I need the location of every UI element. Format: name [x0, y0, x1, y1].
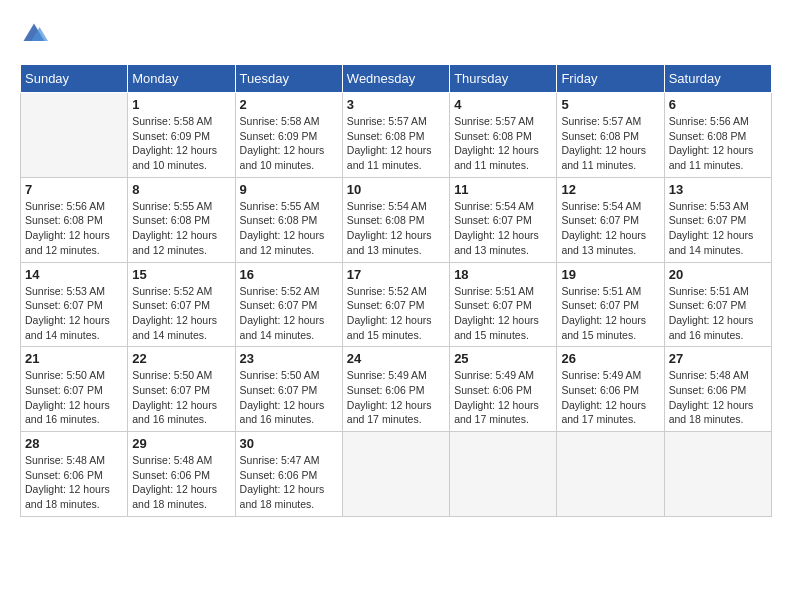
calendar-cell: 30Sunrise: 5:47 AMSunset: 6:06 PMDayligh… — [235, 432, 342, 517]
calendar-week-row: 1Sunrise: 5:58 AMSunset: 6:09 PMDaylight… — [21, 93, 772, 178]
calendar-cell: 11Sunrise: 5:54 AMSunset: 6:07 PMDayligh… — [450, 177, 557, 262]
day-of-week-header: Saturday — [664, 65, 771, 93]
day-number: 5 — [561, 97, 659, 112]
day-number: 2 — [240, 97, 338, 112]
calendar-week-row: 14Sunrise: 5:53 AMSunset: 6:07 PMDayligh… — [21, 262, 772, 347]
page-header — [20, 20, 772, 48]
calendar-cell — [21, 93, 128, 178]
day-info: Sunrise: 5:50 AMSunset: 6:07 PMDaylight:… — [240, 368, 338, 427]
calendar-cell — [664, 432, 771, 517]
calendar-cell: 14Sunrise: 5:53 AMSunset: 6:07 PMDayligh… — [21, 262, 128, 347]
calendar-cell: 22Sunrise: 5:50 AMSunset: 6:07 PMDayligh… — [128, 347, 235, 432]
day-number: 13 — [669, 182, 767, 197]
day-number: 11 — [454, 182, 552, 197]
calendar-cell: 28Sunrise: 5:48 AMSunset: 6:06 PMDayligh… — [21, 432, 128, 517]
day-info: Sunrise: 5:57 AMSunset: 6:08 PMDaylight:… — [347, 114, 445, 173]
day-number: 28 — [25, 436, 123, 451]
day-info: Sunrise: 5:54 AMSunset: 6:07 PMDaylight:… — [561, 199, 659, 258]
day-info: Sunrise: 5:58 AMSunset: 6:09 PMDaylight:… — [132, 114, 230, 173]
calendar-cell — [450, 432, 557, 517]
day-info: Sunrise: 5:57 AMSunset: 6:08 PMDaylight:… — [454, 114, 552, 173]
day-info: Sunrise: 5:49 AMSunset: 6:06 PMDaylight:… — [454, 368, 552, 427]
day-number: 24 — [347, 351, 445, 366]
day-info: Sunrise: 5:55 AMSunset: 6:08 PMDaylight:… — [240, 199, 338, 258]
day-info: Sunrise: 5:58 AMSunset: 6:09 PMDaylight:… — [240, 114, 338, 173]
day-info: Sunrise: 5:53 AMSunset: 6:07 PMDaylight:… — [669, 199, 767, 258]
calendar-week-row: 28Sunrise: 5:48 AMSunset: 6:06 PMDayligh… — [21, 432, 772, 517]
calendar-cell: 1Sunrise: 5:58 AMSunset: 6:09 PMDaylight… — [128, 93, 235, 178]
day-number: 26 — [561, 351, 659, 366]
calendar-cell: 7Sunrise: 5:56 AMSunset: 6:08 PMDaylight… — [21, 177, 128, 262]
day-info: Sunrise: 5:47 AMSunset: 6:06 PMDaylight:… — [240, 453, 338, 512]
calendar-cell: 10Sunrise: 5:54 AMSunset: 6:08 PMDayligh… — [342, 177, 449, 262]
calendar-cell: 19Sunrise: 5:51 AMSunset: 6:07 PMDayligh… — [557, 262, 664, 347]
day-number: 1 — [132, 97, 230, 112]
calendar-cell: 15Sunrise: 5:52 AMSunset: 6:07 PMDayligh… — [128, 262, 235, 347]
day-info: Sunrise: 5:57 AMSunset: 6:08 PMDaylight:… — [561, 114, 659, 173]
day-info: Sunrise: 5:54 AMSunset: 6:08 PMDaylight:… — [347, 199, 445, 258]
day-info: Sunrise: 5:54 AMSunset: 6:07 PMDaylight:… — [454, 199, 552, 258]
calendar-cell: 12Sunrise: 5:54 AMSunset: 6:07 PMDayligh… — [557, 177, 664, 262]
calendar-cell: 4Sunrise: 5:57 AMSunset: 6:08 PMDaylight… — [450, 93, 557, 178]
day-of-week-header: Tuesday — [235, 65, 342, 93]
day-info: Sunrise: 5:50 AMSunset: 6:07 PMDaylight:… — [25, 368, 123, 427]
day-number: 3 — [347, 97, 445, 112]
calendar-cell — [557, 432, 664, 517]
day-info: Sunrise: 5:50 AMSunset: 6:07 PMDaylight:… — [132, 368, 230, 427]
calendar-cell: 23Sunrise: 5:50 AMSunset: 6:07 PMDayligh… — [235, 347, 342, 432]
calendar-cell: 6Sunrise: 5:56 AMSunset: 6:08 PMDaylight… — [664, 93, 771, 178]
calendar-cell: 24Sunrise: 5:49 AMSunset: 6:06 PMDayligh… — [342, 347, 449, 432]
calendar-cell: 13Sunrise: 5:53 AMSunset: 6:07 PMDayligh… — [664, 177, 771, 262]
day-of-week-header: Thursday — [450, 65, 557, 93]
day-info: Sunrise: 5:48 AMSunset: 6:06 PMDaylight:… — [25, 453, 123, 512]
day-info: Sunrise: 5:56 AMSunset: 6:08 PMDaylight:… — [25, 199, 123, 258]
day-info: Sunrise: 5:51 AMSunset: 6:07 PMDaylight:… — [669, 284, 767, 343]
day-of-week-header: Wednesday — [342, 65, 449, 93]
calendar-cell: 8Sunrise: 5:55 AMSunset: 6:08 PMDaylight… — [128, 177, 235, 262]
day-info: Sunrise: 5:53 AMSunset: 6:07 PMDaylight:… — [25, 284, 123, 343]
day-info: Sunrise: 5:56 AMSunset: 6:08 PMDaylight:… — [669, 114, 767, 173]
day-number: 30 — [240, 436, 338, 451]
calendar-cell: 29Sunrise: 5:48 AMSunset: 6:06 PMDayligh… — [128, 432, 235, 517]
day-info: Sunrise: 5:49 AMSunset: 6:06 PMDaylight:… — [347, 368, 445, 427]
day-number: 9 — [240, 182, 338, 197]
day-number: 7 — [25, 182, 123, 197]
day-number: 29 — [132, 436, 230, 451]
day-number: 20 — [669, 267, 767, 282]
day-info: Sunrise: 5:48 AMSunset: 6:06 PMDaylight:… — [132, 453, 230, 512]
day-info: Sunrise: 5:52 AMSunset: 6:07 PMDaylight:… — [132, 284, 230, 343]
day-info: Sunrise: 5:49 AMSunset: 6:06 PMDaylight:… — [561, 368, 659, 427]
day-number: 25 — [454, 351, 552, 366]
day-number: 23 — [240, 351, 338, 366]
calendar-cell: 18Sunrise: 5:51 AMSunset: 6:07 PMDayligh… — [450, 262, 557, 347]
day-number: 15 — [132, 267, 230, 282]
day-of-week-header: Sunday — [21, 65, 128, 93]
logo-icon — [20, 20, 48, 48]
calendar-cell: 3Sunrise: 5:57 AMSunset: 6:08 PMDaylight… — [342, 93, 449, 178]
day-number: 22 — [132, 351, 230, 366]
day-info: Sunrise: 5:55 AMSunset: 6:08 PMDaylight:… — [132, 199, 230, 258]
day-number: 6 — [669, 97, 767, 112]
calendar-table: SundayMondayTuesdayWednesdayThursdayFrid… — [20, 64, 772, 517]
day-number: 21 — [25, 351, 123, 366]
calendar-cell: 9Sunrise: 5:55 AMSunset: 6:08 PMDaylight… — [235, 177, 342, 262]
day-number: 18 — [454, 267, 552, 282]
day-info: Sunrise: 5:52 AMSunset: 6:07 PMDaylight:… — [240, 284, 338, 343]
day-info: Sunrise: 5:51 AMSunset: 6:07 PMDaylight:… — [454, 284, 552, 343]
calendar-week-row: 7Sunrise: 5:56 AMSunset: 6:08 PMDaylight… — [21, 177, 772, 262]
calendar-cell: 17Sunrise: 5:52 AMSunset: 6:07 PMDayligh… — [342, 262, 449, 347]
calendar-header-row: SundayMondayTuesdayWednesdayThursdayFrid… — [21, 65, 772, 93]
day-info: Sunrise: 5:51 AMSunset: 6:07 PMDaylight:… — [561, 284, 659, 343]
day-of-week-header: Monday — [128, 65, 235, 93]
day-info: Sunrise: 5:52 AMSunset: 6:07 PMDaylight:… — [347, 284, 445, 343]
calendar-week-row: 21Sunrise: 5:50 AMSunset: 6:07 PMDayligh… — [21, 347, 772, 432]
calendar-cell: 26Sunrise: 5:49 AMSunset: 6:06 PMDayligh… — [557, 347, 664, 432]
calendar-cell: 20Sunrise: 5:51 AMSunset: 6:07 PMDayligh… — [664, 262, 771, 347]
calendar-cell: 16Sunrise: 5:52 AMSunset: 6:07 PMDayligh… — [235, 262, 342, 347]
day-number: 10 — [347, 182, 445, 197]
day-number: 19 — [561, 267, 659, 282]
day-number: 12 — [561, 182, 659, 197]
calendar-cell: 25Sunrise: 5:49 AMSunset: 6:06 PMDayligh… — [450, 347, 557, 432]
logo — [20, 20, 52, 48]
day-number: 27 — [669, 351, 767, 366]
